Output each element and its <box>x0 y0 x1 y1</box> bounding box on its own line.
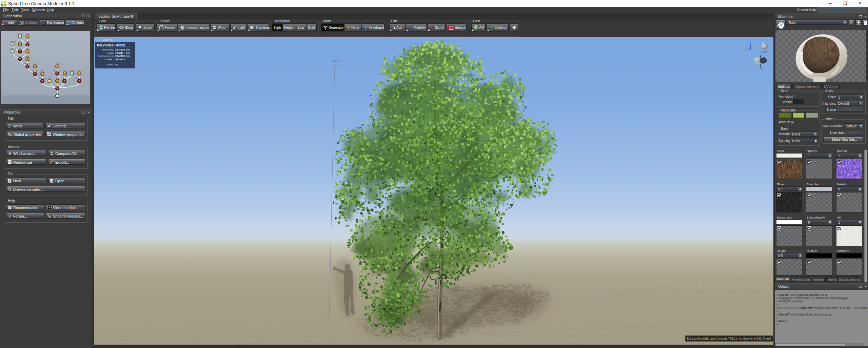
svg-text:2.00: 2.00 <box>761 50 767 54</box>
svg-text:z: z <box>750 41 751 44</box>
svg-text:26.85: 26.85 <box>332 59 340 63</box>
svg-text:x: x <box>743 49 744 52</box>
svg-text:?: ? <box>8 214 11 218</box>
svg-text:Cap: Cap <box>41 70 44 72</box>
svg-text:Branch de: Branch de <box>32 70 39 72</box>
